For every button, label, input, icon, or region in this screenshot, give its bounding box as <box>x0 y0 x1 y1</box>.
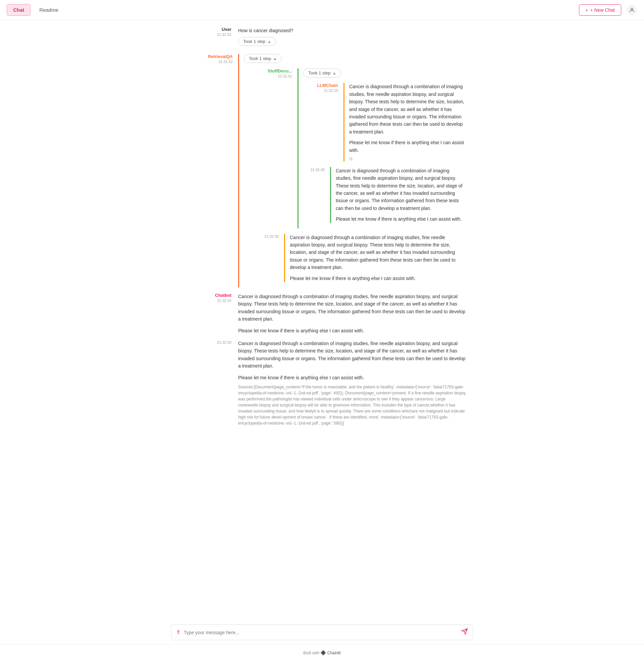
chatbot-content: Cancer is diagnosed through a combinatio… <box>238 293 466 334</box>
retrieval-row: RetrievalQA 21:31:52 Took 1 step ▲ Stuff… <box>198 54 466 287</box>
chatbot-message: Chatbot 21:32:15 Cancer is diagnosed thr… <box>178 293 466 334</box>
llm-para2: Please let me know if there is anything … <box>349 139 466 154</box>
stuff-sender: StuffDocu... <box>257 68 292 73</box>
send-icon[interactable] <box>461 628 468 637</box>
chatbot-sources-text: Sources:[Document(page_content='If the t… <box>238 384 466 426</box>
svg-point-0 <box>631 8 633 10</box>
user-sender: User <box>178 27 231 32</box>
chat-content: User 21:31:52 How is cancer diagnosed? T… <box>171 27 473 432</box>
new-chat-label: + New Chat <box>590 7 615 13</box>
orange-block-row: 21:32:30 Cancer is diagnosed through a c… <box>244 234 466 287</box>
stuff-time: 21:31:52 <box>257 74 292 78</box>
input-area: ⇑ <box>0 620 644 644</box>
retrieval-content: Took 1 step ▲ StuffDocu... 21:31:52 <box>238 54 466 287</box>
chatbot-sources-time: 21:32:30 <box>178 340 231 345</box>
stuff-step-button[interactable]: Took 1 step ▲ <box>303 68 341 77</box>
retrieval-time: 21:31:52 <box>198 60 233 64</box>
input-wrapper: ⇑ <box>171 624 473 640</box>
user-content: How is cancer diagnosed? Took 1 step ▲ <box>238 27 466 49</box>
footer-text: Built with <box>303 651 319 655</box>
stuff-docu-section: StuffDocu... 21:31:52 Took 1 step ▲ <box>257 68 466 228</box>
green-block-time: 21:32:30 <box>303 168 325 172</box>
chainlit-icon <box>321 650 326 656</box>
orange-block-time: 21:32:30 <box>244 234 279 238</box>
plus-icon: + <box>585 7 588 13</box>
app-header: Chat Readme + + New Chat <box>0 0 644 20</box>
chatbot-sources-para1: Cancer is diagnosed through a combinatio… <box>238 340 466 370</box>
orange-block-para1: Cancer is diagnosed through a combinatio… <box>290 234 466 271</box>
stuff-row: StuffDocu... 21:31:52 Took 1 step ▲ <box>257 68 466 228</box>
tab-chat[interactable]: Chat <box>7 4 30 16</box>
chevron-up-icon-3: ▲ <box>333 71 337 75</box>
chatbot-sources-meta: 21:32:30 <box>178 340 238 426</box>
app-footer: Built with Chainlit <box>0 644 644 661</box>
retrieval-qa-section: RetrievalQA 21:31:52 Took 1 step ▲ Stuff… <box>198 54 466 287</box>
chatbot-para2: Please let me know if there is anything … <box>238 327 466 334</box>
user-step-button[interactable]: Took 1 step ▲ <box>238 37 276 46</box>
retrieval-meta: RetrievalQA 21:31:52 <box>198 54 238 287</box>
chevron-up-icon: ▲ <box>268 40 271 44</box>
tab-readme[interactable]: Readme <box>36 4 62 16</box>
chatbot-sender: Chatbot <box>178 293 231 298</box>
chat-main: User 21:31:52 How is cancer diagnosed? T… <box>0 20 644 644</box>
green-block-32-30: 21:32:30 Cancer is diagnosed through a c… <box>303 167 466 228</box>
stuff-meta: StuffDocu... 21:31:52 <box>257 68 298 228</box>
green-block-para1: Cancer is diagnosed through a combinatio… <box>336 167 466 212</box>
retrieval-step-label: Took 1 step <box>249 56 271 61</box>
chatbot-para1: Cancer is diagnosed through a combinatio… <box>238 293 466 323</box>
green-block-meta: 21:32:30 <box>303 167 330 228</box>
copy-icon[interactable]: ⧉ <box>349 156 466 162</box>
green-block-row: 21:32:30 Cancer is diagnosed through a c… <box>303 167 466 228</box>
llm-content: Cancer is diagnosed through a combinatio… <box>343 83 466 162</box>
green-block-para2: Please let me know if there is anything … <box>336 215 466 223</box>
chatbot-sources-content: Cancer is diagnosed through a combinatio… <box>238 340 466 426</box>
new-chat-button[interactable]: + + New Chat <box>579 4 621 16</box>
llm-sender: LLMChain <box>317 83 338 88</box>
header-tabs: Chat Readme <box>7 4 62 16</box>
green-block-content: Cancer is diagnosed through a combinatio… <box>330 167 466 223</box>
chatbot-sources-para2: Please let me know if there is anything … <box>238 374 466 381</box>
user-question: How is cancer diagnosed? <box>238 27 466 34</box>
user-meta: User 21:31:52 <box>178 27 238 49</box>
orange-block-para2: Please let me know if there is anything … <box>290 275 466 282</box>
user-step-label: Took 1 step <box>243 39 266 44</box>
stuff-content: Took 1 step ▲ LLMChain 21:32:15 <box>298 68 466 228</box>
chatbot-time: 21:32:15 <box>178 299 231 303</box>
stuff-step-label: Took 1 step <box>308 70 331 75</box>
llm-para1: Cancer is diagnosed through a combinatio… <box>349 83 466 136</box>
orange-block-meta: 21:32:30 <box>244 234 284 287</box>
user-time: 21:31:52 <box>178 32 231 37</box>
chevron-up-icon-2: ▲ <box>273 57 277 61</box>
header-actions: + + New Chat <box>579 4 637 16</box>
llm-chain-section: LLMChain 21:32:15 Cancer is diagnosed th… <box>317 83 466 162</box>
expand-icon[interactable]: ⇑ <box>176 629 181 636</box>
chainlit-brand: Chainlit <box>321 650 341 656</box>
llm-row: LLMChain 21:32:15 Cancer is diagnosed th… <box>317 83 466 162</box>
user-avatar[interactable] <box>626 5 637 16</box>
llm-meta: LLMChain 21:32:15 <box>317 83 343 162</box>
orange-block-32-30: 21:32:30 Cancer is diagnosed through a c… <box>244 234 466 287</box>
retrieval-sender: RetrievalQA <box>198 54 233 59</box>
llm-time: 21:32:15 <box>317 89 338 93</box>
chatbot-meta: Chatbot 21:32:15 <box>178 293 238 334</box>
chatbot-sources-message: 21:32:30 Cancer is diagnosed through a c… <box>178 340 466 426</box>
chainlit-name: Chainlit <box>327 651 341 655</box>
orange-block-content: Cancer is diagnosed through a combinatio… <box>284 234 466 282</box>
message-input[interactable] <box>184 630 461 635</box>
user-message: User 21:31:52 How is cancer diagnosed? T… <box>178 27 466 49</box>
retrieval-step-button[interactable]: Took 1 step ▲ <box>244 54 282 63</box>
